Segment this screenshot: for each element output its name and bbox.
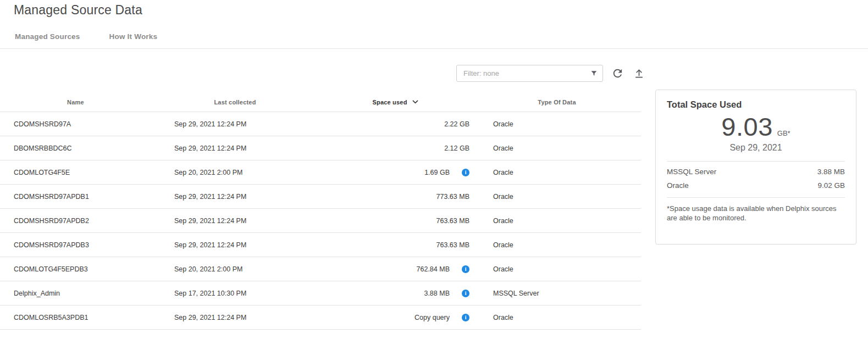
total-space-hero: 9.03 GB* [667, 112, 845, 142]
cell-name: CDOMSHSRD97A [0, 120, 151, 128]
cell-last-collected: Sep 29, 2021 12:24 PM [151, 145, 319, 152]
cell-space-used: 763.63 MB [319, 241, 473, 249]
cell-last-collected: Sep 20, 2021 2:00 PM [151, 265, 319, 273]
upload-icon [633, 68, 645, 79]
table-row: CDOMLOTG4F5EPDB3 Sep 20, 2021 2:00 PM 76… [0, 257, 641, 281]
space-used-value: 2.22 GB [444, 120, 469, 128]
tab-bar: Managed Sources How It Works [15, 32, 157, 46]
info-icon[interactable]: i [462, 314, 469, 321]
sort-desc-chevron-icon [411, 98, 419, 106]
cell-type-of-data: Oracle [473, 241, 641, 249]
cell-space-used: 2.12 GB [319, 145, 473, 152]
copy-query-button[interactable]: Copy query [414, 314, 450, 321]
space-used-value: 763.63 MB [436, 241, 469, 249]
cell-space-used: 773.63 MB [319, 193, 473, 201]
column-header-space-used-label: Space used [372, 99, 407, 105]
cell-type-of-data: MSSQL Server [473, 290, 641, 297]
tab-bar-divider [0, 48, 868, 49]
total-space-unit: GB* [777, 129, 790, 137]
table-row: CDOMSHSRD97A Sep 29, 2021 12:24 PM 2.22 … [0, 112, 641, 136]
cell-type-of-data: Oracle [473, 145, 641, 152]
space-used-value: 762.84 MB [417, 265, 450, 273]
cell-space-used: 763.63 MB [319, 217, 473, 225]
cell-name: CDOMLOSRB5A3PDB1 [0, 314, 151, 321]
table-header: Name Last collected Space used Type Of D… [0, 92, 641, 112]
cell-space-used: 1.69 GB i [319, 169, 473, 176]
breakdown-value: 9.02 GB [817, 181, 845, 190]
card-divider-bottom [667, 197, 845, 198]
table-row: CDOMSHSRD97APDB1 Sep 29, 2021 12:24 PM 7… [0, 185, 641, 209]
cell-name: DBOMSRBBDC6C [0, 145, 151, 152]
cell-type-of-data: Oracle [473, 217, 641, 225]
table-body: CDOMSHSRD97A Sep 29, 2021 12:24 PM 2.22 … [0, 112, 641, 330]
tab-how-it-works[interactable]: How It Works [109, 32, 158, 46]
table-row: CDOMLOSRB5A3PDB1 Sep 29, 2021 12:24 PM C… [0, 305, 641, 330]
total-space-used-card: Total Space Used 9.03 GB* Sep 29, 2021 M… [655, 90, 856, 244]
page-title: Managed Source Data [14, 3, 142, 18]
cell-type-of-data: Oracle [473, 193, 641, 201]
cell-type-of-data: Oracle [473, 169, 641, 176]
cell-space-used: 3.88 MB i [319, 290, 473, 297]
breakdown-row-mssql: MSSQL Server 3.88 MB [667, 165, 845, 179]
cell-last-collected: Sep 29, 2021 12:24 PM [151, 193, 319, 201]
column-header-name[interactable]: Name [0, 99, 151, 105]
cell-name: CDOMLOTG4F5EPDB3 [0, 265, 151, 273]
space-used-value: 763.63 MB [436, 217, 469, 225]
total-space-date: Sep 29, 2021 [667, 143, 845, 153]
cell-last-collected: Sep 29, 2021 12:24 PM [151, 217, 319, 225]
cell-last-collected: Sep 17, 2021 10:30 PM [151, 290, 319, 297]
info-icon[interactable]: i [462, 265, 469, 273]
toolbar [456, 64, 646, 82]
space-used-value: 3.88 MB [424, 290, 450, 297]
table-row: DBOMSRBBDC6C Sep 29, 2021 12:24 PM 2.12 … [0, 136, 641, 160]
cell-space-used: Copy query i [319, 314, 473, 321]
space-used-value: 1.69 GB [424, 169, 450, 176]
cell-name: CDOMLOTG4F5E [0, 169, 151, 176]
cell-space-used: 2.22 GB [319, 120, 473, 128]
cell-name: CDOMSHSRD97APDB1 [0, 193, 151, 201]
info-icon[interactable]: i [462, 169, 469, 176]
funnel-icon[interactable] [589, 68, 599, 78]
filter-field-wrap [456, 65, 603, 82]
cell-last-collected: Sep 29, 2021 12:24 PM [151, 314, 319, 321]
card-divider-top [667, 161, 845, 162]
cell-name: CDOMSHSRD97APDB2 [0, 217, 151, 225]
tab-managed-sources[interactable]: Managed Sources [15, 32, 80, 46]
table-row: CDOMLOTG4F5E Sep 20, 2021 2:00 PM 1.69 G… [0, 160, 641, 185]
table-row: CDOMSHSRD97APDB3 Sep 29, 2021 12:24 PM 7… [0, 233, 641, 257]
info-icon[interactable]: i [462, 290, 469, 297]
filter-input[interactable] [456, 65, 603, 82]
refresh-icon [611, 67, 624, 80]
cell-type-of-data: Oracle [473, 265, 641, 273]
column-header-type-of-data[interactable]: Type Of Data [473, 99, 641, 105]
column-header-last-collected[interactable]: Last collected [151, 99, 319, 105]
breakdown-value: 3.88 MB [817, 168, 845, 176]
cell-name: Delphix_Admin [0, 290, 151, 297]
table-row: CDOMSHSRD97APDB2 Sep 29, 2021 12:24 PM 7… [0, 209, 641, 233]
cell-type-of-data: Oracle [473, 120, 641, 128]
cell-last-collected: Sep 29, 2021 12:24 PM [151, 120, 319, 128]
total-space-value: 9.03 [721, 112, 772, 142]
cell-last-collected: Sep 20, 2021 2:00 PM [151, 169, 319, 176]
managed-sources-table: Name Last collected Space used Type Of D… [0, 92, 641, 330]
breakdown-label: Oracle [667, 181, 689, 190]
card-footnote: *Space usage data is available when Delp… [667, 204, 845, 223]
column-header-space-used[interactable]: Space used [319, 98, 473, 106]
cell-space-used: 762.84 MB i [319, 265, 473, 273]
breakdown-row-oracle: Oracle 9.02 GB [667, 179, 845, 192]
space-used-value: 773.63 MB [436, 193, 469, 201]
space-used-value: 2.12 GB [444, 145, 469, 152]
table-row: Delphix_Admin Sep 17, 2021 10:30 PM 3.88… [0, 281, 641, 305]
cell-type-of-data: Oracle [473, 314, 641, 321]
refresh-button[interactable] [610, 66, 624, 80]
cell-name: CDOMSHSRD97APDB3 [0, 241, 151, 249]
export-button[interactable] [632, 66, 646, 80]
space-breakdown-list: MSSQL Server 3.88 MB Oracle 9.02 GB [667, 165, 845, 192]
cell-last-collected: Sep 29, 2021 12:24 PM [151, 241, 319, 249]
card-title: Total Space Used [667, 99, 845, 110]
breakdown-label: MSSQL Server [667, 168, 716, 176]
